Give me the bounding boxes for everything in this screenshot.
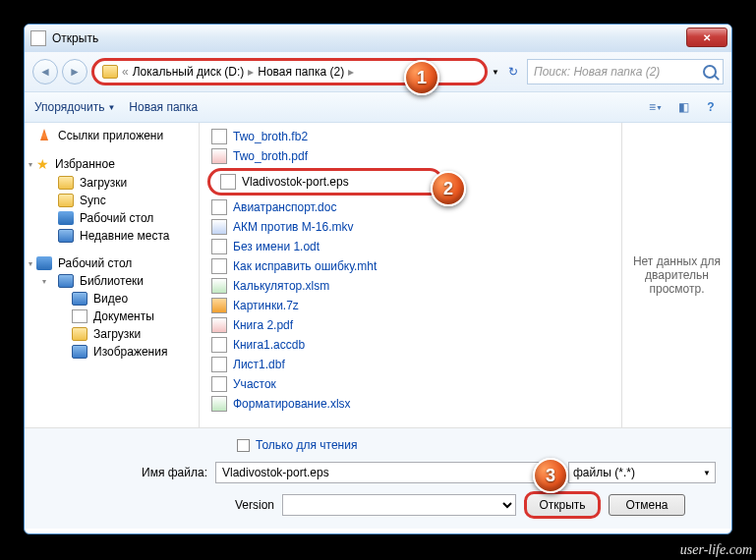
file-item[interactable]: Книга1.accdb [207, 335, 613, 355]
chevron-right-icon: ▸ [348, 65, 354, 79]
cancel-button[interactable]: Отмена [609, 494, 685, 516]
file-item[interactable]: Лист1.dbf [207, 355, 613, 374]
libraries-icon [58, 274, 74, 288]
body: Ссылки приложени ▾★Избранное Загрузки Sy… [25, 123, 731, 427]
back-button[interactable]: ◄ [32, 59, 58, 84]
search-input[interactable]: Поиск: Новая папка (2) [527, 59, 724, 84]
file-icon [211, 337, 227, 353]
sidebar-item-documents[interactable]: Документы [25, 308, 199, 325]
file-item[interactable]: Авиатранспорт.doc [207, 197, 613, 217]
file-item[interactable]: АКМ против М-16.mkv [207, 217, 613, 237]
search-placeholder: Поиск: Новая папка (2) [534, 65, 660, 79]
organize-menu[interactable]: Упорядочить▼ [34, 100, 115, 114]
file-name: Как исправить ошибку.mht [233, 259, 377, 273]
file-name: Форматирование.xlsx [233, 397, 351, 411]
readonly-checkbox[interactable] [237, 439, 250, 452]
watermark: user-life.com [680, 542, 752, 558]
recent-icon [58, 229, 74, 243]
readonly-label[interactable]: Только для чтения [256, 438, 357, 452]
folder-icon [58, 176, 74, 190]
file-name: Авиатранспорт.doc [233, 200, 336, 214]
callout-badge-3: 3 [533, 458, 568, 493]
file-icon [211, 396, 227, 412]
sidebar-item-sync[interactable]: Sync [25, 192, 199, 209]
file-icon [211, 376, 227, 392]
file-name: Участок [233, 377, 276, 391]
version-select[interactable] [282, 494, 516, 516]
file-item[interactable]: Книга 2.pdf [207, 315, 613, 335]
filename-input[interactable] [215, 462, 545, 483]
open-button[interactable]: Открыть [524, 491, 601, 519]
callout-badge-2: 2 [431, 171, 466, 206]
filename-label: Имя файла: [40, 466, 207, 479]
search-icon [703, 65, 717, 79]
file-name: Картинки.7z [233, 299, 299, 312]
breadcrumb-item[interactable]: Новая папка (2) [258, 65, 344, 79]
file-icon [211, 129, 227, 144]
open-dialog: Открыть ✕ ◄ ► « Локальный диск (D:) ▸ Но… [24, 24, 732, 534]
bottom-panel: Только для чтения Имя файла: ▼ файлы (*.… [25, 427, 731, 529]
sidebar-desktop[interactable]: ▾Рабочий стол [25, 254, 199, 272]
sidebar-apps[interactable]: Ссылки приложени [25, 127, 199, 144]
documents-icon [72, 309, 87, 323]
close-button[interactable]: ✕ [686, 28, 727, 47]
folder-icon [72, 327, 87, 341]
file-item[interactable]: Без имени 1.odt [207, 237, 613, 256]
file-icon [211, 258, 227, 274]
help-button[interactable]: ? [700, 96, 722, 118]
file-item[interactable]: Форматирование.xlsx [207, 394, 613, 414]
forward-button[interactable]: ► [62, 59, 87, 84]
file-icon [211, 298, 227, 313]
sidebar-libraries[interactable]: ▾Библиотеки [25, 272, 199, 290]
file-item[interactable]: Two_broth.pdf [207, 146, 613, 166]
video-icon [72, 292, 87, 306]
file-icon [220, 174, 236, 190]
file-icon [211, 278, 227, 294]
toolbar: Упорядочить▼ Новая папка ≡ ▼ ◧ ? [25, 91, 731, 123]
new-folder-button[interactable]: Новая папка [129, 100, 198, 114]
folder-icon [102, 65, 118, 79]
file-name: Книга1.accdb [233, 338, 305, 352]
chevron-down-icon: ▾ [42, 277, 46, 286]
file-item[interactable]: Two_broth.fb2 [207, 127, 613, 146]
preview-pane-button[interactable]: ◧ [672, 96, 694, 118]
version-label: Version [215, 498, 274, 512]
sidebar-item-video[interactable]: Видео [25, 290, 199, 308]
file-list[interactable]: Two_broth.fb2Two_broth.pdfVladivostok-po… [200, 123, 621, 427]
titlebar: Открыть ✕ [25, 25, 731, 52]
sidebar-item-images[interactable]: Изображения [25, 343, 199, 361]
filetype-select[interactable]: файлы (*.*)▼ [568, 462, 716, 483]
file-icon [211, 148, 227, 164]
sidebar-item-desktop[interactable]: Рабочий стол [25, 209, 199, 227]
file-name: Без имени 1.odt [233, 240, 320, 253]
file-item[interactable]: Калькулятор.xlsm [207, 276, 613, 296]
breadcrumb-dropdown[interactable]: ▼ [492, 68, 499, 77]
file-item[interactable]: Vladivostok-port.eps [207, 168, 443, 196]
view-menu[interactable]: ≡ ▼ [645, 96, 667, 118]
sidebar-favorites[interactable]: ▾★Избранное [25, 154, 199, 174]
callout-badge-1: 1 [404, 60, 439, 95]
sidebar-item-lib-downloads[interactable]: Загрузки [25, 325, 199, 343]
breadcrumb-item[interactable]: Локальный диск (D:) [133, 65, 245, 79]
vlc-icon [36, 129, 52, 142]
file-name: Лист1.dbf [233, 358, 285, 371]
file-name: Vladivostok-port.eps [242, 175, 349, 189]
folder-icon [58, 194, 74, 207]
file-item[interactable]: Картинки.7z [207, 296, 613, 315]
refresh-button[interactable]: ↻ [503, 62, 523, 82]
chevron-down-icon: ▾ [29, 259, 32, 268]
window-title: Открыть [52, 31, 98, 45]
images-icon [72, 345, 87, 359]
file-item[interactable]: Участок [207, 374, 613, 394]
star-icon: ★ [36, 156, 49, 172]
file-name: Калькулятор.xlsm [233, 279, 329, 293]
sidebar: Ссылки приложени ▾★Избранное Загрузки Sy… [25, 123, 200, 427]
desktop-icon [58, 211, 74, 225]
file-icon [211, 357, 227, 372]
chevron-right-icon: ▸ [248, 65, 254, 79]
sidebar-item-recent[interactable]: Недавние места [25, 227, 199, 245]
file-name: АКМ против М-16.mkv [233, 220, 353, 234]
sidebar-item-downloads[interactable]: Загрузки [25, 174, 199, 192]
file-item[interactable]: Как исправить ошибку.mht [207, 256, 613, 276]
desktop-icon [36, 256, 52, 270]
